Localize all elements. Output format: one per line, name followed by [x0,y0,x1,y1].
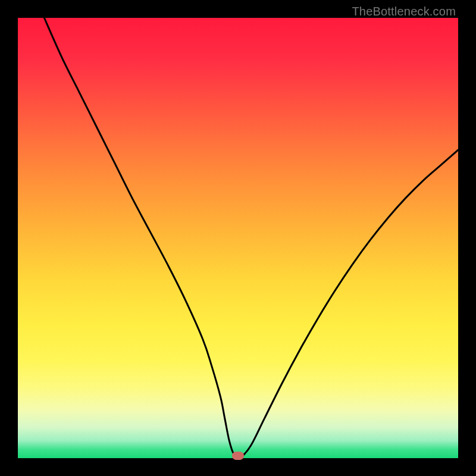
curve-svg [18,18,458,458]
plot-area [18,18,458,458]
watermark-text: TheBottleneck.com [352,5,456,18]
chart-container: TheBottleneck.com [0,0,476,476]
minimum-marker [232,452,244,460]
bottleneck-curve [44,18,458,457]
